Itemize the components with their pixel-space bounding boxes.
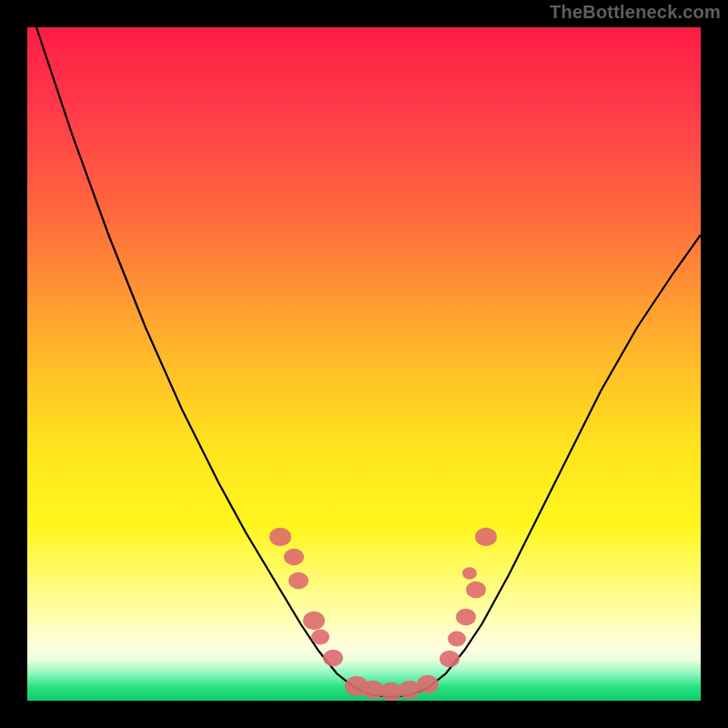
data-marker [284,549,304,566]
chart-frame: TheBottleneck.com [0,0,728,728]
data-marker [311,630,329,645]
data-marker [303,612,325,630]
watermark-text: TheBottleneck.com [550,2,721,23]
data-marker [448,632,466,647]
data-marker [417,675,439,693]
plot-area [27,27,701,701]
bottleneck-curve [36,27,701,697]
data-marker [466,581,486,599]
chart-overlay [27,27,701,701]
data-marker [323,650,343,667]
data-marker [440,651,460,668]
data-marker [269,528,291,546]
data-marker [475,528,497,546]
data-marker [288,572,308,590]
data-marker [456,609,476,626]
marker-group [269,528,497,701]
data-marker [462,567,477,580]
